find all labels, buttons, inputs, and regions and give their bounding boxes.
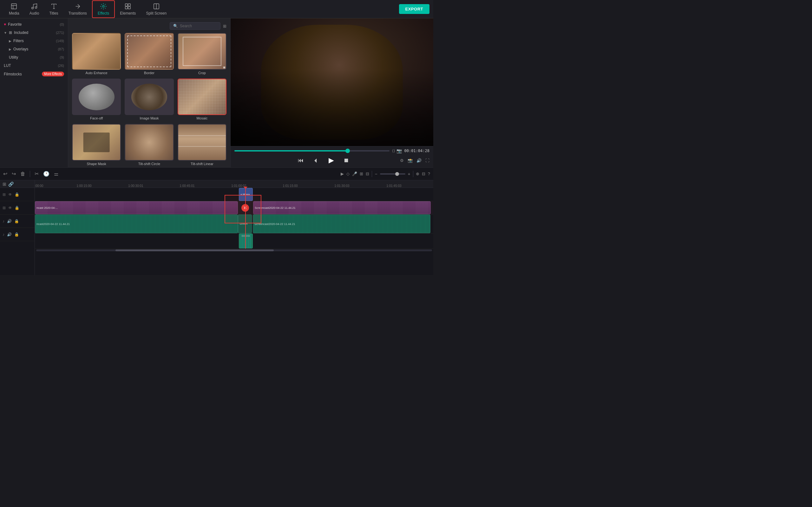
effect-border[interactable]: Border xyxy=(125,33,173,75)
undo-button[interactable]: ↩ xyxy=(3,171,7,177)
track-2-lock-icon[interactable]: 🔒 xyxy=(14,206,19,210)
sidebar-item-filmstocks[interactable]: Filmstocks More Effects xyxy=(0,70,68,78)
sidebar-overlays-label: Overlays xyxy=(13,47,28,51)
track-audio-speaker-icon[interactable]: 🔊 xyxy=(7,219,12,223)
volume-icon[interactable]: 🔊 xyxy=(416,158,421,163)
sidebar-lut-label: LUT xyxy=(4,63,11,68)
chevron-down-icon: ▼ xyxy=(4,31,7,35)
search-placeholder: Search xyxy=(180,24,192,28)
delete-tool[interactable]: 🗑 xyxy=(20,171,26,177)
add-track-icon[interactable]: ⊟ xyxy=(366,171,369,176)
sidebar-item-filters[interactable]: ▶ Filters (149) xyxy=(0,37,68,45)
screenshot-icon[interactable]: 📷 xyxy=(397,148,402,153)
video-clip-2-label: Screencast2020-04-22 11.44.21 xyxy=(255,206,296,210)
effect-face-off[interactable]: Face-off xyxy=(72,78,121,120)
nav-elements[interactable]: Elements xyxy=(115,1,141,17)
stop-button[interactable]: ⏹ xyxy=(341,155,351,165)
export-button[interactable]: EXPORT xyxy=(399,4,429,14)
link-icon[interactable]: 🔗 xyxy=(8,181,14,187)
grid-icon[interactable]: ⊟ xyxy=(422,171,425,176)
track-2-grid-icon: ⊞ xyxy=(3,206,6,210)
sidebar-included-count: (271) xyxy=(56,31,64,35)
scrubber-thumb[interactable] xyxy=(345,149,350,153)
zoom-slider[interactable] xyxy=(380,173,405,175)
nav-split-screen-label: Split Screen xyxy=(146,11,166,15)
sidebar-item-overlays[interactable]: ▶ Overlays (87) xyxy=(0,45,68,53)
help-icon[interactable]: ? xyxy=(428,171,430,176)
zoom-in-icon[interactable]: + xyxy=(408,171,410,176)
track-broll-speaker-icon[interactable]: 🔊 xyxy=(7,232,12,237)
redo-button[interactable]: ↪ xyxy=(12,171,16,177)
settings-icon[interactable]: ⚙ xyxy=(400,158,404,163)
timeline-main[interactable]: 1:00:00 1:00:15:00 1:00:30:01 1:00:45:01… xyxy=(35,180,433,275)
nav-media[interactable]: Media xyxy=(4,1,24,17)
timeline-ruler: 1:00:00 1:00:15:00 1:00:30:01 1:00:45:01… xyxy=(35,180,433,188)
effect-tiltshift-linear[interactable]: Tilt-shift Linear xyxy=(177,124,226,166)
nav-split-screen[interactable]: Split Screen xyxy=(141,1,171,17)
step-back-button[interactable]: ⏴ xyxy=(311,155,321,165)
mic-icon[interactable]: 🎤 xyxy=(352,171,357,176)
more-effects-tag[interactable]: More Effects xyxy=(42,72,64,76)
grid-view-icon[interactable]: ⊞ xyxy=(223,24,226,29)
track-1-lock-icon[interactable]: 🔒 xyxy=(14,192,19,197)
effect-shape-mask[interactable]: Shape Mask xyxy=(72,124,121,166)
nav-transitions[interactable]: Transitions xyxy=(63,1,92,17)
nav-titles[interactable]: Titles xyxy=(44,1,63,17)
broll-clip-label: BBBBB xyxy=(242,234,250,237)
fullscreen-icon[interactable]: ⛶ xyxy=(425,158,429,163)
nav-effects[interactable]: Effects xyxy=(92,0,115,18)
add-track-controls: ⊞ 🔗 xyxy=(0,180,35,188)
sidebar-item-utility[interactable]: Utility (9) xyxy=(0,53,68,61)
audio-clip-3[interactable]: Screencast2020-04-22 11.44.21 xyxy=(253,215,430,233)
track-broll-lock-icon[interactable]: 🔒 xyxy=(14,232,19,237)
playhead[interactable] xyxy=(245,188,246,249)
effect-image-mask[interactable]: Image Mask xyxy=(125,78,173,120)
cut-tool[interactable]: ✂ xyxy=(35,171,39,177)
track-2-eye-icon[interactable]: 👁 xyxy=(8,206,12,210)
effect-auto-enhance[interactable]: Auto Enhance xyxy=(72,33,121,75)
track-audio-music-icon: ♪ xyxy=(3,219,4,223)
broll-clip[interactable]: BBBBB xyxy=(239,233,253,248)
audio-clip-2[interactable]: Screen xyxy=(238,215,252,233)
track-1-eye-icon[interactable]: 👁 xyxy=(8,192,12,197)
rewind-button[interactable]: ⏮ xyxy=(296,155,306,165)
effect-tiltshift-circle[interactable]: Tilt-shift Circle xyxy=(125,124,173,166)
track-audio-lock-icon[interactable]: 🔒 xyxy=(14,219,19,223)
playhead-icon[interactable]: ▶ xyxy=(341,171,344,176)
effect-mosaic[interactable]: Mosaic xyxy=(177,78,226,120)
sidebar-item-included[interactable]: ▼ ⊞ Included (271) xyxy=(0,29,68,37)
video-clip-1[interactable]: ncast 2020-04-... xyxy=(35,201,238,214)
effect-face-off-label: Face-off xyxy=(72,116,121,120)
camera-icon[interactable]: 📸 xyxy=(408,158,413,163)
sidebar-item-lut[interactable]: LUT (26) xyxy=(0,61,68,70)
effect-crop[interactable]: Crop xyxy=(177,33,226,75)
mosaic-effect-clip[interactable]: + Mosa xyxy=(239,188,253,201)
history-tool[interactable]: 🕐 xyxy=(43,171,49,177)
search-icon: 🔍 xyxy=(173,24,178,28)
snap-icon[interactable]: ⊕ xyxy=(416,171,419,176)
add-track-icon-left[interactable]: ⊞ xyxy=(3,181,6,187)
svg-rect-0 xyxy=(11,3,17,9)
audio-clip-1[interactable]: ncast2020-04-22 11.44.21 xyxy=(35,215,238,233)
expand-icon: ⟨⟩ xyxy=(392,149,395,153)
timeline-scrollbar[interactable] xyxy=(36,249,432,251)
preview-right-icons: ⚙ 📸 🔊 ⛶ xyxy=(400,158,429,163)
ruler-mark-1: 1:00:15:00 xyxy=(77,184,91,187)
sidebar-lut-count: (26) xyxy=(58,64,64,67)
nav-audio[interactable]: Audio xyxy=(24,1,44,17)
adjust-tool[interactable]: ⚌ xyxy=(54,171,58,177)
nav-effects-label: Effects xyxy=(98,11,109,15)
search-box[interactable]: 🔍 Search xyxy=(170,22,220,30)
sidebar-item-favorite[interactable]: ♥ Favorite (0) xyxy=(0,20,68,29)
current-time: 00:01:04:28 xyxy=(404,149,429,153)
keyframe-icon[interactable]: ◇ xyxy=(346,171,350,176)
effect-mosaic-thumb xyxy=(177,78,226,115)
sidebar-favorite-label: Favorite xyxy=(8,22,21,26)
scrollbar-thumb[interactable] xyxy=(115,249,274,251)
zoom-out-icon[interactable]: − xyxy=(374,171,377,176)
sidebar-filters-label: Filters xyxy=(13,39,24,43)
video-clip-2[interactable]: Screencast2020-04-22 11.44.21 xyxy=(253,201,431,214)
play-button[interactable]: ▶ xyxy=(326,155,336,165)
scrubber-track[interactable] xyxy=(235,150,390,152)
track-options-icon[interactable]: ⊞ xyxy=(360,171,363,176)
